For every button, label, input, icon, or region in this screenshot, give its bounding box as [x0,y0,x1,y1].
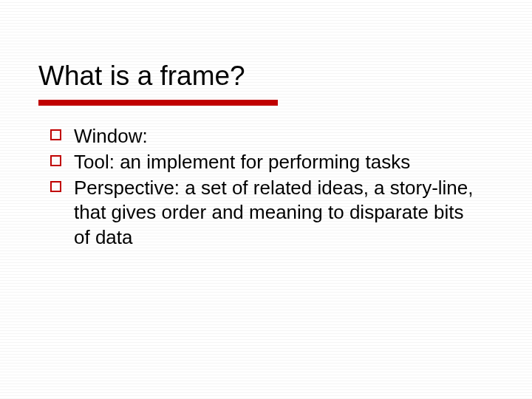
checkbox-icon [50,181,61,192]
checkbox-icon [50,155,61,166]
slide: What is a frame? Window: Tool: an implem… [0,0,532,399]
bullet-list: Window: Tool: an implement for performin… [50,124,485,250]
list-item-text: Perspective: a set of related ideas, a s… [74,177,474,249]
list-item-text: Window: [74,125,148,147]
list-item-text: Tool: an implement for performing tasks [74,151,410,173]
title-underline [38,100,278,106]
checkbox-icon [50,129,61,140]
body-area: Window: Tool: an implement for performin… [50,124,485,251]
list-item: Perspective: a set of related ideas, a s… [50,176,485,250]
title-area: What is a frame? [38,61,494,106]
list-item: Tool: an implement for performing tasks [50,150,485,175]
list-item: Window: [50,124,485,149]
slide-title: What is a frame? [38,61,494,98]
